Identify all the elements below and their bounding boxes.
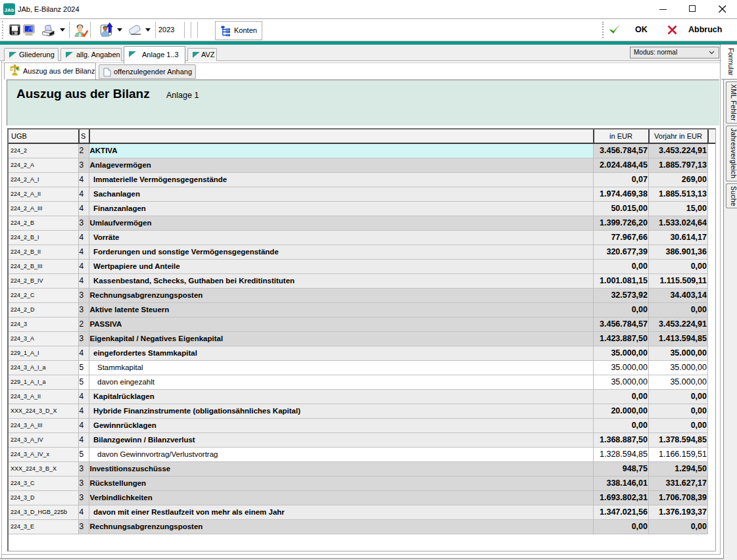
svg-text:JAb: JAb: [4, 7, 14, 13]
